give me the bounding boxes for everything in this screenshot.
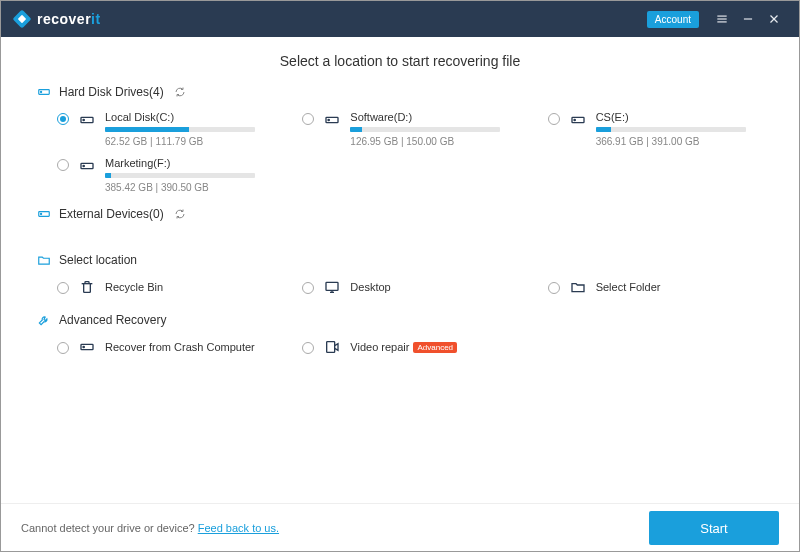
advanced-label: Video repairAdvanced	[350, 341, 457, 353]
section-label: External Devices(0)	[59, 207, 164, 221]
section-label: Hard Disk Drives(4)	[59, 85, 164, 99]
radio-button[interactable]	[57, 159, 69, 171]
computer-icon	[79, 339, 95, 355]
drive-item[interactable]: Software(D:)126.95 GB | 150.00 GB	[302, 111, 517, 147]
advanced-label: Recover from Crash Computer	[105, 341, 255, 353]
menu-icon[interactable]	[709, 6, 735, 32]
section-hard-disk-drives: Hard Disk Drives(4)	[37, 85, 763, 99]
drive-usage-bar	[105, 127, 255, 132]
section-advanced-recovery: Advanced Recovery	[37, 313, 763, 327]
section-external-devices: External Devices(0)	[37, 207, 763, 221]
svg-point-13	[328, 119, 329, 120]
locations-grid: Recycle BinDesktopSelect Folder	[37, 279, 763, 295]
drive-item[interactable]: Marketing(F:)385.42 GB | 390.50 GB	[57, 157, 272, 193]
drive-usage-bar	[596, 127, 746, 132]
radio-button[interactable]	[548, 282, 560, 294]
location-item[interactable]: Select Folder	[548, 279, 763, 295]
location-label: Recycle Bin	[105, 281, 163, 293]
drive-item[interactable]: Local Disk(C:)62.52 GB | 111.79 GB	[57, 111, 272, 147]
disk-icon	[79, 158, 95, 174]
location-label: Select Folder	[596, 281, 661, 293]
advanced-grid: Recover from Crash ComputerVideo repairA…	[37, 339, 763, 355]
location-label: Desktop	[350, 281, 390, 293]
section-label: Select location	[59, 253, 137, 267]
drive-name: Software(D:)	[350, 111, 517, 123]
refresh-icon[interactable]	[174, 208, 186, 220]
radio-button[interactable]	[302, 342, 314, 354]
close-icon[interactable]	[761, 6, 787, 32]
disk-icon	[79, 112, 95, 128]
external-device-icon	[37, 207, 51, 221]
drive-size: 62.52 GB | 111.79 GB	[105, 136, 272, 147]
section-label: Advanced Recovery	[59, 313, 166, 327]
radio-button[interactable]	[57, 342, 69, 354]
svg-point-9	[41, 91, 42, 92]
drive-name: CS(E:)	[596, 111, 763, 123]
radio-button[interactable]	[57, 282, 69, 294]
svg-rect-25	[327, 342, 335, 353]
drive-size: 126.95 GB | 150.00 GB	[350, 136, 517, 147]
svg-point-11	[83, 119, 84, 120]
section-select-location: Select location	[37, 253, 763, 267]
account-button[interactable]: Account	[647, 11, 699, 28]
drive-name: Local Disk(C:)	[105, 111, 272, 123]
radio-button[interactable]	[302, 282, 314, 294]
desktop-icon	[324, 279, 340, 295]
footer: Cannot detect your drive or device? Feed…	[1, 503, 799, 552]
drive-name: Marketing(F:)	[105, 157, 272, 169]
hdd-icon	[37, 85, 51, 99]
main-content: Select a location to start recovering fi…	[1, 37, 799, 503]
start-button[interactable]: Start	[649, 511, 779, 545]
app-logo: recoverit	[13, 10, 101, 28]
feedback-link[interactable]: Feed back to us.	[198, 522, 279, 534]
svg-rect-20	[326, 282, 338, 290]
drive-usage-bar	[105, 173, 255, 178]
location-item[interactable]: Desktop	[302, 279, 517, 295]
radio-button[interactable]	[57, 113, 69, 125]
svg-point-17	[83, 165, 84, 166]
advanced-item[interactable]: Recover from Crash Computer	[57, 339, 272, 355]
wrench-icon	[37, 313, 51, 327]
svg-point-24	[83, 346, 84, 347]
svg-point-19	[41, 213, 42, 214]
location-item[interactable]: Recycle Bin	[57, 279, 272, 295]
disk-icon	[570, 112, 586, 128]
folder-icon	[570, 279, 586, 295]
page-title: Select a location to start recovering fi…	[37, 53, 763, 69]
footer-text: Cannot detect your drive or device? Feed…	[21, 522, 279, 534]
title-bar: recoverit Account	[1, 1, 799, 37]
advanced-item[interactable]: Video repairAdvanced	[302, 339, 517, 355]
drive-size: 385.42 GB | 390.50 GB	[105, 182, 272, 193]
folder-section-icon	[37, 253, 51, 267]
drive-item[interactable]: CS(E:)366.91 GB | 391.00 GB	[548, 111, 763, 147]
minimize-icon[interactable]	[735, 6, 761, 32]
drive-usage-bar	[350, 127, 500, 132]
radio-button[interactable]	[302, 113, 314, 125]
logo-text: recoverit	[37, 11, 101, 27]
disk-icon	[324, 112, 340, 128]
radio-button[interactable]	[548, 113, 560, 125]
video-icon	[324, 339, 340, 355]
drive-size: 366.91 GB | 391.00 GB	[596, 136, 763, 147]
logo-icon	[13, 10, 31, 28]
refresh-icon[interactable]	[174, 86, 186, 98]
advanced-badge: Advanced	[413, 342, 457, 353]
svg-point-15	[574, 119, 575, 120]
drives-grid: Local Disk(C:)62.52 GB | 111.79 GBSoftwa…	[37, 111, 763, 193]
recycle-bin-icon	[79, 279, 95, 295]
